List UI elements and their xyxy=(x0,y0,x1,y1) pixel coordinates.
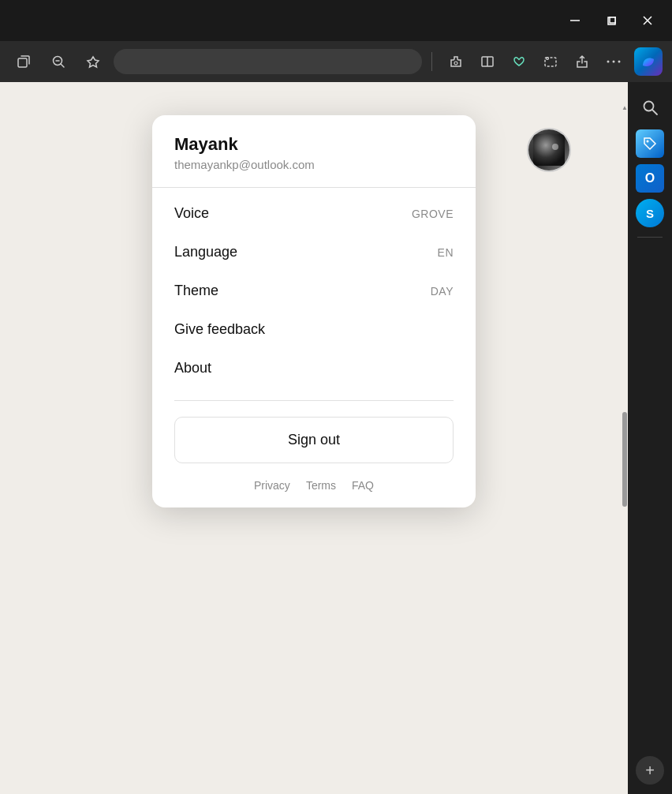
share-button[interactable] xyxy=(568,47,596,76)
language-menu-item[interactable]: Language EN xyxy=(152,233,476,272)
sidebar-search-icon[interactable] xyxy=(634,92,666,123)
sidebar-add-button[interactable]: + xyxy=(636,756,664,785)
maximize-button[interactable] xyxy=(593,8,629,33)
window-controls xyxy=(557,8,666,33)
menu-items: Voice GROVE Language EN Theme DAY Give f… xyxy=(152,188,476,394)
minimize-button[interactable] xyxy=(557,8,593,33)
menu-footer: Privacy Terms FAQ xyxy=(152,476,476,492)
snip-button[interactable] xyxy=(536,47,565,76)
main-content: Mayank themayankp@outlook.com Voice GROV… xyxy=(0,82,628,794)
open-tab-button[interactable] xyxy=(9,47,38,76)
give-feedback-menu-item[interactable]: Give feedback xyxy=(152,310,476,349)
user-dropdown-menu: Mayank themayankp@outlook.com Voice GROV… xyxy=(152,115,476,507)
menu-email: themayankp@outlook.com xyxy=(174,158,454,171)
more-button[interactable] xyxy=(599,47,628,76)
svg-point-14 xyxy=(547,58,549,60)
copilot-sidebar: O S + xyxy=(628,82,672,794)
svg-point-16 xyxy=(613,61,615,63)
about-label: About xyxy=(174,360,211,376)
extensions-button[interactable] xyxy=(442,47,470,76)
svg-point-17 xyxy=(618,61,621,63)
theme-value: DAY xyxy=(431,285,454,298)
voice-menu-item[interactable]: Voice GROVE xyxy=(152,194,476,233)
close-button[interactable] xyxy=(629,8,666,33)
privacy-link[interactable]: Privacy xyxy=(254,479,290,492)
heart-button[interactable] xyxy=(505,47,533,76)
svg-marker-9 xyxy=(88,57,99,67)
svg-line-8 xyxy=(61,64,64,67)
title-bar xyxy=(0,0,672,41)
scrollbar-thumb[interactable] xyxy=(622,412,627,507)
user-avatar[interactable] xyxy=(527,128,571,172)
sidebar-outlook-icon[interactable]: O xyxy=(636,164,664,193)
sign-out-button[interactable]: Sign out xyxy=(174,417,454,463)
skype-letter: S xyxy=(646,207,654,220)
faq-link[interactable]: FAQ xyxy=(352,479,374,492)
copilot-icon[interactable] xyxy=(634,47,663,76)
split-view-button[interactable] xyxy=(473,47,502,76)
toolbar-separator xyxy=(431,52,432,71)
sidebar-tag-icon[interactable] xyxy=(636,129,664,158)
browser-toolbar xyxy=(0,41,672,82)
voice-value: GROVE xyxy=(412,208,454,220)
menu-username: Mayank xyxy=(174,134,454,155)
svg-line-21 xyxy=(652,110,657,114)
svg-rect-5 xyxy=(18,58,27,67)
toolbar-right xyxy=(442,47,628,76)
svg-point-19 xyxy=(552,144,558,150)
menu-header: Mayank themayankp@outlook.com xyxy=(152,134,476,188)
bookmark-button[interactable] xyxy=(79,47,107,76)
outlook-letter: O xyxy=(645,171,655,185)
terms-link[interactable]: Terms xyxy=(306,479,336,492)
theme-label: Theme xyxy=(174,283,218,299)
language-label: Language xyxy=(174,244,237,260)
svg-point-15 xyxy=(607,61,610,63)
give-feedback-label: Give feedback xyxy=(174,321,265,338)
zoom-out-button[interactable] xyxy=(44,47,73,76)
scroll-up-arrow[interactable]: ▲ xyxy=(622,103,628,112)
language-value: EN xyxy=(438,246,454,259)
add-icon: + xyxy=(645,762,655,780)
about-menu-item[interactable]: About xyxy=(152,349,476,388)
menu-divider-2 xyxy=(174,400,454,401)
avatar-image xyxy=(528,129,569,170)
theme-menu-item[interactable]: Theme DAY xyxy=(152,272,476,310)
voice-label: Voice xyxy=(174,205,209,222)
svg-point-10 xyxy=(454,62,457,65)
address-bar[interactable] xyxy=(114,49,422,74)
scrollbar-track: ▲ xyxy=(622,103,628,576)
svg-rect-18 xyxy=(533,134,565,166)
sidebar-divider xyxy=(637,237,663,238)
svg-point-22 xyxy=(647,140,649,143)
sidebar-skype-icon[interactable]: S xyxy=(636,199,664,227)
